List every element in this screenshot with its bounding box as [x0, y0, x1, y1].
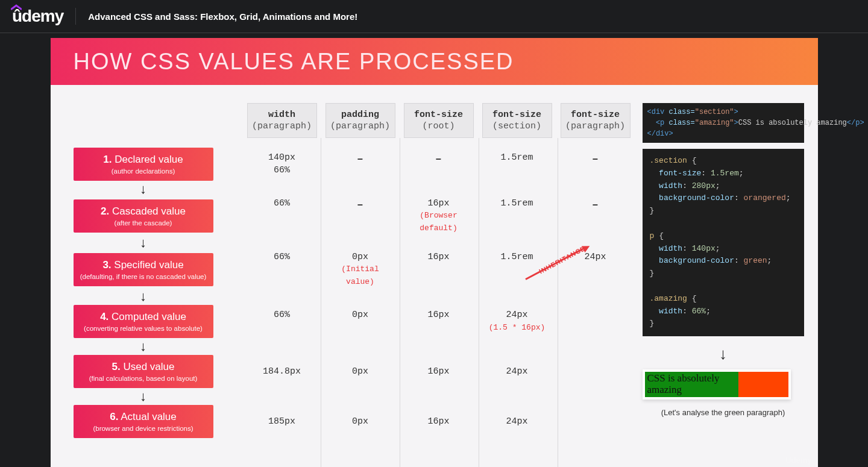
html-code-block: <div class="section"> <p class="amazing"…	[643, 103, 804, 143]
green-paragraph: CSS is absolutely amazing	[645, 372, 738, 397]
col-head-width: width(paragraph)	[247, 103, 317, 138]
analyse-caption: (Let's analyse the green paragraph)	[643, 408, 804, 417]
stage-actual: 6. Actual value (browser and device rest…	[74, 405, 213, 438]
css-code-block: .section { font-size: 1.5rem; width: 280…	[643, 149, 804, 336]
stage-declared: 1. Declared value (author declarations)	[74, 148, 213, 181]
arrow-down-icon: ↓	[74, 339, 213, 354]
slide-header: HOW CSS VALUES ARE PROCESSED	[51, 38, 818, 85]
arrow-down-icon: ↓	[74, 389, 213, 404]
slide-title: HOW CSS VALUES ARE PROCESSED	[74, 49, 514, 75]
code-example-area: <div class="section"> <p class="amazing"…	[643, 103, 804, 438]
stage-row-5: 5. Used value (final calculations, based…	[74, 355, 631, 388]
logo-hat-icon	[11, 4, 22, 10]
watermark: Udemy	[785, 456, 811, 465]
udemy-logo[interactable]: ûdemy	[12, 7, 63, 26]
arrow-down-icon: ↓	[74, 289, 213, 304]
top-bar: ûdemy Advanced CSS and Sass: Flexbox, Gr…	[0, 0, 868, 33]
stage-specified: 3. Specified value (defaulting, if there…	[74, 253, 213, 286]
stage-row-3: 3. Specified value (defaulting, if there…	[74, 251, 631, 288]
stage-cascaded: 2. Cascaded value (after the cascade)	[74, 199, 213, 233]
stage-row-6: 6. Actual value (browser and device rest…	[74, 405, 631, 438]
column-headers: width(paragraph) padding(paragraph) font…	[247, 103, 631, 138]
col-head-fs-paragraph: font-size(paragraph)	[561, 103, 631, 138]
col-head-fs-section: font-size(section)	[482, 103, 552, 138]
course-title[interactable]: Advanced CSS and Sass: Flexbox, Grid, An…	[88, 11, 357, 22]
stage-computed: 4. Computed value (converting relative v…	[74, 305, 213, 338]
arrow-down-icon: ↓	[643, 345, 804, 363]
col-head-padding: padding(paragraph)	[326, 103, 395, 138]
stage-row-2: 2. Cascaded value (after the cascade) 66…	[74, 198, 631, 234]
arrow-down-icon: ↓	[74, 236, 213, 250]
slide: HOW CSS VALUES ARE PROCESSED width(parag…	[51, 38, 818, 467]
header-divider	[75, 8, 76, 25]
orange-section	[738, 372, 788, 397]
col-head-fs-root: font-size(root)	[404, 103, 474, 138]
arrow-down-icon: ↓	[74, 182, 213, 196]
stage-row-4: 4. Computed value (converting relative v…	[74, 305, 631, 338]
stage-used: 5. Used value (final calculations, based…	[74, 355, 213, 388]
stage-row-1: 1. Declared value (author declarations) …	[74, 148, 631, 181]
rendered-output: CSS is absolutely amazing	[643, 369, 791, 400]
diagram-area: width(paragraph) padding(paragraph) font…	[74, 103, 631, 438]
